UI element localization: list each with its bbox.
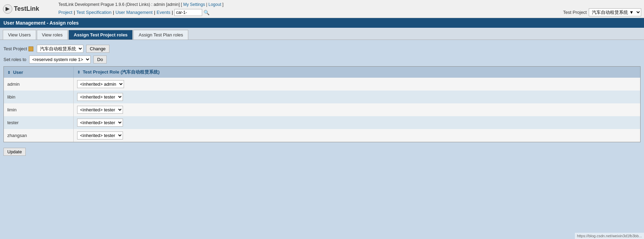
content: Test Project 汽车自动租赁系统 Change Set roles t… <box>0 40 644 161</box>
project-icon <box>28 46 33 51</box>
header: TestLink TestLink Development Prague 1.9… <box>0 0 644 18</box>
title-bar-text: TestLink Development Prague 1.9.6 (Direc… <box>58 2 182 7</box>
page-header-title: User Management - Assign roles <box>3 20 79 26</box>
change-button[interactable]: Change <box>86 45 110 53</box>
nav-sep4: | <box>172 10 173 15</box>
table-row: tester<inherited> tester <box>4 116 640 129</box>
table-row: zhangsan<inherited> tester <box>4 129 640 142</box>
events-nav-link[interactable]: Events <box>157 10 171 15</box>
logo-text: TestLink <box>14 5 39 12</box>
nav-bar: Project | Test Specification | User Mana… <box>58 8 641 16</box>
top-bar: TestLink Development Prague 1.9.6 (Direc… <box>58 1 641 8</box>
table-cell-user: libin <box>4 91 73 103</box>
table-row: libin<inherited> tester <box>4 91 640 103</box>
test-specification-nav-link[interactable]: Test Specification <box>76 10 112 15</box>
test-project-form-label: Test Project <box>3 46 34 52</box>
logout-link[interactable]: Logout <box>208 2 221 7</box>
do-button[interactable]: Do <box>93 56 107 63</box>
sort-icon-role: ⇕ <box>77 70 80 74</box>
header-right: TestLink Development Prague 1.9.6 (Direc… <box>58 1 641 16</box>
my-settings-link[interactable]: My Settings <box>183 2 205 7</box>
set-roles-row: Set roles to <reserved system role 1> Do <box>3 56 641 63</box>
logo-area: TestLink <box>3 4 58 14</box>
role-dropdown-zhangsan[interactable]: <inherited> tester <box>77 131 123 139</box>
roles-table: ⇕ User ⇕ Test Project Role (汽车自动租赁系统) ad… <box>4 67 640 142</box>
table-cell-role: <inherited> admin <box>73 78 640 91</box>
page-header-bar: User Management - Assign roles <box>0 18 644 28</box>
test-project-form-dropdown[interactable]: 汽车自动租赁系统 <box>37 45 83 53</box>
table-cell-role: <inherited> tester <box>73 129 640 142</box>
tabs-bar: View Users View roles Assign Test Projec… <box>0 28 644 40</box>
nav-sep1: | <box>74 10 75 15</box>
role-dropdown-libin[interactable]: <inherited> tester <box>77 93 123 101</box>
sort-icon-user: ⇕ <box>7 70 10 75</box>
search-button[interactable]: 🔍 <box>204 10 209 15</box>
table-cell-role: <inherited> tester <box>73 103 640 116</box>
testlink-logo-icon <box>3 4 13 14</box>
test-project-nav-dropdown[interactable]: 汽车自动租赁系统 ▼ <box>589 8 641 16</box>
update-section: Update <box>3 148 641 156</box>
table-cell-role: <inherited> tester <box>73 116 640 129</box>
tab-assign-test-plan-roles[interactable]: Assign Test Plan roles <box>133 30 188 40</box>
footer: https://blog.csdn.net/weixin3d1fb3bb... <box>575 233 644 239</box>
table-header-row: ⇕ User ⇕ Test Project Role (汽车自动租赁系统) <box>4 67 640 78</box>
user-management-nav-link[interactable]: User Management <box>115 10 152 15</box>
search-input[interactable] <box>174 9 202 16</box>
nav-sep2: | <box>113 10 114 15</box>
table-cell-role: <inherited> tester <box>73 91 640 103</box>
table-cell-user: zhangsan <box>4 129 73 142</box>
role-dropdown-tester[interactable]: <inherited> tester <box>77 119 123 127</box>
col-header-role[interactable]: ⇕ Test Project Role (汽车自动租赁系统) <box>73 67 640 78</box>
title-bar-end: ] <box>222 2 223 7</box>
col-header-user[interactable]: ⇕ User <box>4 67 73 78</box>
roles-tbody: admin<inherited> adminlibin<inherited> t… <box>4 78 640 142</box>
table-row: limin<inherited> tester <box>4 103 640 116</box>
roles-table-container: ⇕ User ⇕ Test Project Role (汽车自动租赁系统) ad… <box>3 66 641 142</box>
table-cell-user: limin <box>4 103 73 116</box>
tab-assign-test-project-roles[interactable]: Assign Test Project roles <box>68 30 133 40</box>
update-button[interactable]: Update <box>3 148 26 156</box>
table-cell-user: tester <box>4 116 73 129</box>
role-dropdown-limin[interactable]: <inherited> tester <box>77 106 123 114</box>
set-roles-dropdown[interactable]: <reserved system role 1> <box>29 56 91 63</box>
project-nav-link[interactable]: Project <box>58 10 72 15</box>
set-roles-label: Set roles to <box>3 57 26 62</box>
test-project-selector: Test Project 汽车自动租赁系统 ▼ <box>563 8 641 16</box>
nav-sep3: | <box>154 10 155 15</box>
table-cell-user: admin <box>4 78 73 91</box>
table-row: admin<inherited> admin <box>4 78 640 91</box>
test-project-row: Test Project 汽车自动租赁系统 Change <box>3 45 641 53</box>
role-dropdown-admin[interactable]: <inherited> admin <box>77 80 124 88</box>
tab-view-roles[interactable]: View roles <box>37 30 68 40</box>
tab-view-users[interactable]: View Users <box>3 30 36 40</box>
test-project-label: Test Project <box>563 10 587 15</box>
